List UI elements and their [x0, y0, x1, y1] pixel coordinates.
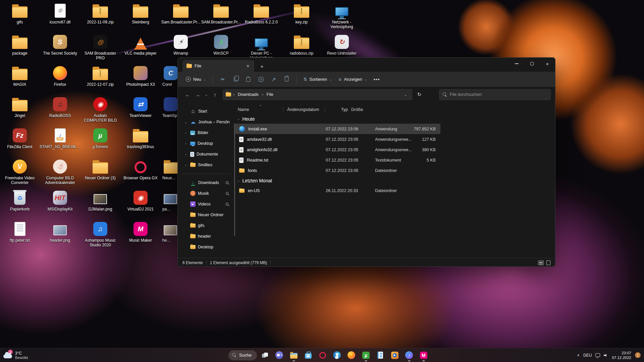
file-row[interactable]: Install.exe 07.12.2022 23:06 Anwendung 7…: [235, 124, 440, 134]
new-tab-button[interactable]: +: [257, 62, 267, 72]
column-header[interactable]: Größe: [351, 104, 363, 114]
view-button[interactable]: ≡ Anzeigen ⌄: [335, 74, 371, 84]
taskbar-app-button[interactable]: [287, 349, 300, 362]
breadcrumb-file[interactable]: File: [265, 91, 275, 98]
minimize-button[interactable]: [509, 58, 524, 70]
tab-close-icon[interactable]: ×: [244, 62, 252, 70]
desktop-icon[interactable]: Papierkorb: [3, 190, 37, 212]
copy-button[interactable]: [229, 74, 242, 85]
cut-button[interactable]: ✂: [216, 74, 229, 85]
group-header[interactable]: ⌄ Letzten Monat: [235, 176, 555, 185]
address-dropdown-button[interactable]: ⌄: [402, 89, 409, 100]
sidebar-item[interactable]: gifs: [180, 220, 233, 231]
desktop-icon[interactable]: Neuer Ordner (3): [83, 159, 117, 180]
taskbar-app-button[interactable]: [316, 349, 329, 362]
taskbar-app-button[interactable]: [388, 349, 401, 362]
clock[interactable]: 23:07 07.12.2022: [612, 351, 631, 360]
desktop-icon[interactable]: MAGIX: [3, 65, 37, 87]
desktop-icon[interactable]: µ µTorrent: [83, 127, 117, 149]
back-button[interactable]: ←: [182, 89, 193, 100]
file-row[interactable]: en-US 26.11.2022 20:33 Dateiordner: [235, 185, 440, 196]
desktop-icon[interactable]: Firefox: [43, 65, 77, 87]
desktop-icon[interactable]: gifs: [3, 3, 37, 24]
sidebar-item[interactable]: Neuer Ordner: [180, 209, 233, 220]
maximize-button[interactable]: [524, 58, 540, 70]
volume-icon[interactable]: [604, 353, 608, 357]
up-button[interactable]: ↑: [210, 89, 220, 100]
sidebar-item[interactable]: Videos: [180, 199, 233, 209]
desktop-icon[interactable]: Netzwerk - Verknüpfung: [325, 3, 359, 29]
sidebar-item[interactable]: header: [180, 231, 233, 242]
desktop-icon[interactable]: M Music Maker: [123, 221, 158, 243]
desktop-icon[interactable]: ftp peter.txt: [3, 221, 37, 243]
taskbar-app-button[interactable]: [345, 349, 358, 362]
recent-locations-button[interactable]: ⌄: [203, 89, 210, 100]
desktop-icon[interactable]: trashreg393rus: [123, 127, 158, 149]
start-button[interactable]: [214, 349, 227, 362]
sidebar-item[interactable]: ⌄ Joshua – Persön: [180, 117, 233, 127]
desktop-icon[interactable]: 2022-11-09.zip: [83, 3, 117, 24]
desktop-icon[interactable]: Dieser PC - Verknüpfung: [244, 34, 278, 60]
details-view-icon[interactable]: [538, 260, 544, 265]
column-header[interactable]: Typ: [325, 104, 351, 114]
sort-button[interactable]: ⇅ Sortieren ⌄: [300, 74, 335, 84]
paste-button[interactable]: [242, 74, 255, 85]
taskbar-app-button[interactable]: [360, 349, 372, 362]
desktop-icon[interactable]: DJMalan.png: [83, 190, 117, 212]
desktop-icon[interactable]: ⚙ icucnv67.dll: [43, 3, 77, 24]
desktop-icon[interactable]: ☃ Computer BILD Adventskalender 2022: [43, 159, 77, 185]
share-button[interactable]: ↗: [267, 74, 280, 85]
desktop-icon[interactable]: ⇓ WinSCP: [204, 34, 238, 56]
taskbar-app-button[interactable]: [374, 349, 387, 362]
breadcrumb-downloads[interactable]: Downloads: [236, 91, 260, 98]
desktop-icon[interactable]: package: [3, 34, 37, 56]
desktop-icon[interactable]: ♪ MP3 START_AD_BREAK....: [43, 127, 77, 149]
hidden-icons-chevron[interactable]: ∧: [577, 353, 580, 357]
desktop-icon[interactable]: Steinberg: [123, 3, 158, 24]
file-row[interactable]: Readme.txt 07.12.2022 23:05 Textdokument…: [235, 155, 440, 165]
expand-chevron-icon[interactable]: ›: [184, 142, 188, 145]
notification-badge[interactable]: 1: [635, 352, 641, 358]
taskbar-app-button[interactable]: [302, 349, 315, 362]
desktop-icon[interactable]: VLC media player: [123, 34, 158, 56]
desktop-icon[interactable]: 2022-12-07.zip: [83, 65, 117, 87]
taskbar-app-button[interactable]: [259, 349, 271, 362]
taskbar-app-button[interactable]: [273, 349, 286, 362]
group-header[interactable]: ⌄ Heute: [235, 114, 555, 124]
desktop-icon[interactable]: S The Secret Society: [43, 34, 77, 56]
refresh-button[interactable]: ↻: [414, 89, 424, 100]
close-button[interactable]: ×: [540, 58, 555, 70]
desktop-icon[interactable]: ♫ RadioBOSS: [43, 96, 77, 118]
network-icon[interactable]: [595, 353, 600, 357]
sidebar-item[interactable]: › Dokumente: [180, 149, 233, 160]
sidebar-item[interactable]: › Bilder: [180, 127, 233, 138]
taskbar-app-button[interactable]: [417, 349, 430, 362]
desktop-icon[interactable]: V Freemake Video Converter: [3, 159, 37, 185]
expand-chevron-icon[interactable]: ⌄: [184, 120, 188, 124]
desktop-icon[interactable]: ◎ SAM Broadcaster PRO: [83, 34, 117, 60]
desktop-icon[interactable]: Jingel: [3, 96, 37, 118]
desktop-icon[interactable]: SAM.Broadcaster.Pr...: [204, 3, 238, 24]
file-row[interactable]: fonts 07.12.2022 23:05 Dateiordner: [235, 165, 440, 176]
new-button[interactable]: + Neu ⌄: [182, 74, 209, 84]
sidebar-item[interactable]: Musik: [180, 188, 233, 199]
desktop-icon[interactable]: HIT MSIDisplayKit: [43, 190, 77, 212]
desktop-icon[interactable]: Fz FileZilla Client: [3, 127, 37, 149]
desktop-icon[interactable]: PhotoImpact X3: [123, 65, 158, 87]
sidebar-item[interactable]: Desktop: [180, 242, 233, 252]
expand-chevron-icon[interactable]: ›: [184, 163, 188, 167]
desktop-icon[interactable]: RadioBoss 6.2.2.0: [244, 3, 278, 24]
expand-chevron-icon[interactable]: ›: [184, 153, 188, 156]
desktop-icon[interactable]: ◉ Audials COMPUTER BILD Edition 2023: [83, 96, 117, 123]
file-row[interactable]: amdgfxinfo32.dll 07.12.2022 23:05 Anwend…: [235, 144, 440, 155]
desktop-icon[interactable]: ↻ Revo Uninstaller: [325, 34, 359, 56]
desktop-icon[interactable]: radioboss.zip: [284, 34, 319, 56]
taskbar-app-button[interactable]: [403, 349, 416, 362]
desktop-icon[interactable]: key.zip: [284, 3, 319, 24]
file-row[interactable]: amdave32.dll 07.12.2022 23:05 Anwendungs…: [235, 134, 440, 144]
desktop-icon[interactable]: Browser Opera GX: [123, 159, 158, 180]
desktop-icon[interactable]: ◉ VirtualDJ 2021: [123, 190, 158, 212]
search-input[interactable]: [450, 92, 547, 97]
desktop-icon[interactable]: ♫ Ashampoo Music Studio 2020: [83, 221, 117, 247]
taskbar-app-button[interactable]: [331, 349, 343, 362]
